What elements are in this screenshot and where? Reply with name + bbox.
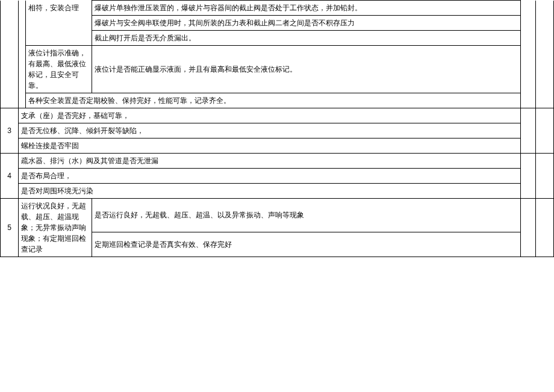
cell-r2	[536, 1, 554, 16]
cell-desc-cont	[26, 31, 92, 46]
cell-line: 是否布局合理，	[19, 169, 521, 184]
cell-line: 螺栓连接是否牢固	[19, 138, 521, 154]
cell-num-empty	[1, 1, 19, 16]
cell-line: 疏水器、排污（水）阀及其管道是否无泄漏	[19, 154, 521, 169]
table-row: 是否无位移、沉降、倾斜开裂等缺陷，	[1, 123, 554, 138]
cell-r1	[521, 108, 536, 154]
table-row: 5 运行状况良好，无超载、超压、超温现象；无异常振动声响现象；有定期巡回检查记录…	[1, 199, 554, 232]
cell-r1	[521, 46, 536, 93]
cell-empty	[19, 1, 26, 16]
cell-r2	[536, 46, 554, 93]
cell-r2	[536, 154, 554, 199]
cell-desc: 相符，安装合理	[26, 1, 92, 16]
cell-r1	[521, 154, 536, 199]
cell-empty	[19, 16, 26, 31]
cell-num: 3	[1, 108, 19, 154]
cell-desc: 运行状况良好，无超载、超压、超温现象；无异常振动声响现象；有定期巡回检查记录	[19, 199, 92, 257]
cell-detail: 爆破片与安全阀串联使用时，其间所装的压力表和截止阀二者之间是否不积存压力	[92, 16, 521, 31]
inspection-table-wrap: 相符，安装合理 爆破片单独作泄压装置的，爆破片与容器间的截止阀是否处于工作状态，…	[0, 0, 554, 257]
cell-detail: 定期巡回检查记录是否真实有效、保存完好	[92, 232, 521, 257]
cell-desc-cont	[26, 16, 92, 31]
cell-line: 是否对周围环境无污染	[19, 184, 521, 199]
table-row: 液位计指示准确，有最高、最低液位标记，且安全可靠。 液位计是否能正确显示液面，并…	[1, 46, 554, 93]
cell-line: 支承（座）是否完好，基础可靠，	[19, 108, 521, 123]
cell-r2	[536, 93, 554, 108]
cell-num-empty	[1, 93, 19, 108]
table-row: 相符，安装合理 爆破片单独作泄压装置的，爆破片与容器间的截止阀是否处于工作状态，…	[1, 1, 554, 16]
cell-r2	[536, 16, 554, 31]
cell-detail: 爆破片单独作泄压装置的，爆破片与容器间的截止阀是否处于工作状态，并加铅封。	[92, 1, 521, 16]
cell-r2	[536, 199, 554, 257]
cell-detail: 液位计是否能正确显示液面，并且有最高和最低安全液位标记。	[92, 46, 521, 93]
cell-line: 是否无位移、沉降、倾斜开裂等缺陷，	[19, 123, 521, 138]
table-row: 截止阀打开后是否无介质漏出。	[1, 31, 554, 46]
cell-num: 5	[1, 199, 19, 257]
cell-r1	[521, 16, 536, 31]
cell-empty	[19, 46, 26, 93]
inspection-table: 相符，安装合理 爆破片单独作泄压装置的，爆破片与容器间的截止阀是否处于工作状态，…	[0, 0, 554, 257]
cell-r2	[536, 108, 554, 154]
cell-detail: 截止阀打开后是否无介质漏出。	[92, 31, 521, 46]
cell-detail: 是否运行良好，无超载、超压、超温、以及异常振动、声响等现象	[92, 199, 521, 232]
cell-r1	[521, 93, 536, 108]
table-row: 螺栓连接是否牢固	[1, 138, 554, 154]
cell-num-empty	[1, 46, 19, 93]
table-row: 4 疏水器、排污（水）阀及其管道是否无泄漏	[1, 154, 554, 169]
cell-empty	[19, 31, 26, 46]
table-row: 是否布局合理，	[1, 169, 554, 184]
cell-r1	[521, 31, 536, 46]
cell-r2	[536, 31, 554, 46]
cell-r1	[521, 199, 536, 257]
table-row: 爆破片与安全阀串联使用时，其间所装的压力表和截止阀二者之间是否不积存压力	[1, 16, 554, 31]
table-row: 是否对周围环境无污染	[1, 184, 554, 199]
cell-empty	[19, 93, 26, 108]
table-row: 各种安全装置是否定期校验、保持完好，性能可靠，记录齐全。	[1, 93, 554, 108]
cell-r1	[521, 1, 536, 16]
cell-num-empty	[1, 31, 19, 46]
table-row: 3 支承（座）是否完好，基础可靠，	[1, 108, 554, 123]
cell-num: 4	[1, 154, 19, 199]
cell-detail: 各种安全装置是否定期校验、保持完好，性能可靠，记录齐全。	[26, 93, 521, 108]
cell-desc: 液位计指示准确，有最高、最低液位标记，且安全可靠。	[26, 46, 92, 93]
cell-num-empty	[1, 16, 19, 31]
